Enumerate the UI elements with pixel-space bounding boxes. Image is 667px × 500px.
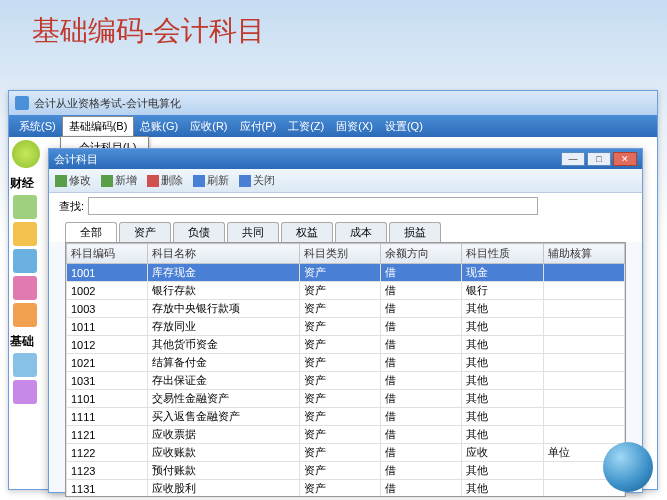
tab[interactable]: 损益 [389, 222, 441, 242]
table-row[interactable]: 1131应收股利资产借其他 [67, 480, 625, 498]
table-cell: 资产 [299, 462, 380, 480]
table-row[interactable]: 1123预付账款资产借其他 [67, 462, 625, 480]
close-button[interactable]: 关闭 [239, 173, 275, 188]
table-cell: 资产 [299, 300, 380, 318]
table-cell: 1012 [67, 336, 148, 354]
side-icon[interactable] [13, 249, 37, 273]
table-cell: 预付账款 [148, 462, 299, 480]
table-cell: 1021 [67, 354, 148, 372]
column-header[interactable]: 科目类别 [299, 244, 380, 264]
edit-button[interactable]: 修改 [55, 173, 91, 188]
table-row[interactable]: 1012其他货币资金资产借其他 [67, 336, 625, 354]
table-cell: 买入返售金融资产 [148, 408, 299, 426]
tab[interactable]: 权益 [281, 222, 333, 242]
column-header[interactable]: 科目名称 [148, 244, 299, 264]
table-cell: 借 [380, 372, 461, 390]
menu-item[interactable]: 工资(Z) [282, 117, 330, 136]
table-cell: 其他 [462, 462, 543, 480]
tab[interactable]: 负债 [173, 222, 225, 242]
search-input[interactable] [88, 197, 538, 215]
table-cell: 借 [380, 408, 461, 426]
menu-item[interactable]: 系统(S) [13, 117, 62, 136]
edit-icon [55, 175, 67, 187]
side-icon[interactable] [13, 276, 37, 300]
column-header[interactable]: 余额方向 [380, 244, 461, 264]
close-button[interactable]: ✕ [613, 152, 637, 166]
table-cell: 结算备付金 [148, 354, 299, 372]
table-cell: 其他 [462, 426, 543, 444]
side-icon[interactable] [13, 303, 37, 327]
table-cell: 其他 [462, 336, 543, 354]
side-icon[interactable] [13, 380, 37, 404]
tab[interactable]: 共同 [227, 222, 279, 242]
menu-item[interactable]: 基础编码(B) [62, 116, 135, 136]
refresh-icon [193, 175, 205, 187]
table-cell: 其他 [462, 300, 543, 318]
table-row[interactable]: 1121应收票据资产借其他 [67, 426, 625, 444]
minimize-button[interactable]: — [561, 152, 585, 166]
table-cell: 资产 [299, 318, 380, 336]
table-row[interactable]: 1001库存现金资产借现金 [67, 264, 625, 282]
table-row[interactable]: 1111买入返售金融资产资产借其他 [67, 408, 625, 426]
side-icon[interactable] [13, 353, 37, 377]
table-cell: 应收账款 [148, 444, 299, 462]
menu-item[interactable]: 设置(Q) [379, 117, 429, 136]
app-logo [12, 140, 40, 168]
table-cell: 借 [380, 336, 461, 354]
table-row[interactable]: 1122应收账款资产借应收单位 [67, 444, 625, 462]
table-cell: 其他 [462, 390, 543, 408]
table-cell: 资产 [299, 336, 380, 354]
add-button[interactable]: 新增 [101, 173, 137, 188]
table-cell: 资产 [299, 282, 380, 300]
table-cell: 1122 [67, 444, 148, 462]
table-row[interactable]: 1011存放同业资产借其他 [67, 318, 625, 336]
table-cell [543, 408, 624, 426]
table-row[interactable]: 1031存出保证金资产借其他 [67, 372, 625, 390]
table-cell: 1002 [67, 282, 148, 300]
table-cell [543, 354, 624, 372]
table-cell: 借 [380, 300, 461, 318]
del-button[interactable]: 删除 [147, 173, 183, 188]
column-header[interactable]: 辅助核算 [543, 244, 624, 264]
table-cell [543, 390, 624, 408]
maximize-button[interactable]: □ [587, 152, 611, 166]
tab[interactable]: 成本 [335, 222, 387, 242]
search-row: 查找: [49, 193, 642, 219]
tab[interactable]: 资产 [119, 222, 171, 242]
menubar[interactable]: 系统(S)基础编码(B)总账(G)应收(R)应付(P)工资(Z)固资(X)设置(… [9, 115, 657, 137]
toolbar-label: 删除 [161, 173, 183, 188]
table-cell: 其他 [462, 372, 543, 390]
parent-titlebar: 会计从业资格考试-会计电算化 [9, 91, 657, 115]
table-cell: 银行存款 [148, 282, 299, 300]
menu-item[interactable]: 应付(P) [234, 117, 283, 136]
column-header[interactable]: 科目编码 [67, 244, 148, 264]
table-row[interactable]: 1003存放中央银行款项资产借其他 [67, 300, 625, 318]
menu-item[interactable]: 固资(X) [330, 117, 379, 136]
table-cell: 资产 [299, 426, 380, 444]
side-icon[interactable] [13, 222, 37, 246]
table-cell [543, 282, 624, 300]
del-icon [147, 175, 159, 187]
table-cell: 交易性金融资产 [148, 390, 299, 408]
table-cell: 1001 [67, 264, 148, 282]
refresh-button[interactable]: 刷新 [193, 173, 229, 188]
column-header[interactable]: 科目性质 [462, 244, 543, 264]
page-heading: 基础编码-会计科目 [0, 0, 667, 50]
table-cell: 1031 [67, 372, 148, 390]
table-row[interactable]: 1101交易性金融资产资产借其他 [67, 390, 625, 408]
table-cell: 其他 [462, 354, 543, 372]
menu-item[interactable]: 总账(G) [134, 117, 184, 136]
table-cell: 其他 [462, 480, 543, 498]
table-cell: 存放中央银行款项 [148, 300, 299, 318]
data-grid[interactable]: 科目编码科目名称科目类别余额方向科目性质辅助核算 1001库存现金资产借现金10… [65, 242, 626, 497]
menu-item[interactable]: 应收(R) [184, 117, 233, 136]
table-cell: 应收股利 [148, 480, 299, 498]
table-row[interactable]: 1021结算备付金资产借其他 [67, 354, 625, 372]
side-icon[interactable] [13, 195, 37, 219]
toolbar: 修改新增删除刷新关闭 [49, 169, 642, 193]
table-row[interactable]: 1002银行存款资产借银行 [67, 282, 625, 300]
table-cell [543, 318, 624, 336]
close-icon [239, 175, 251, 187]
tab[interactable]: 全部 [65, 222, 117, 242]
child-titlebar: 会计科目 — □ ✕ [49, 149, 642, 169]
